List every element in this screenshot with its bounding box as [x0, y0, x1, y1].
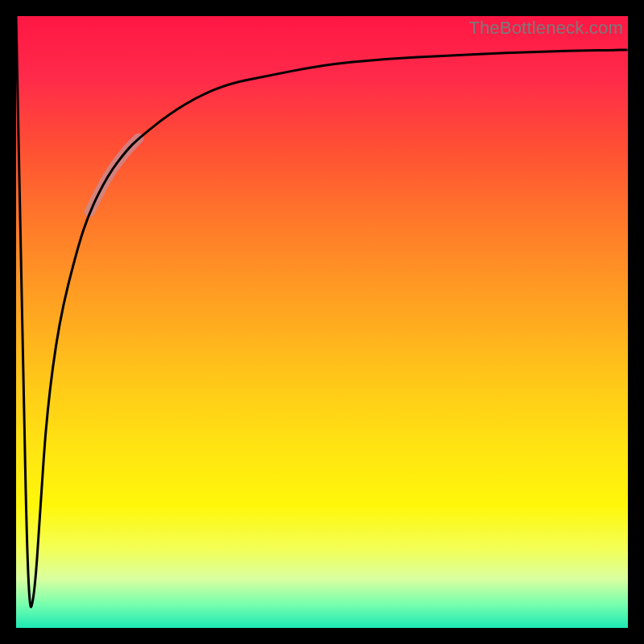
- curve-highlight-segment: [89, 138, 138, 212]
- curve-svg: [16, 16, 628, 628]
- plot-area: TheBottleneck.com: [16, 16, 628, 628]
- bottleneck-curve-path: [16, 16, 628, 607]
- chart-frame: TheBottleneck.com: [0, 0, 644, 644]
